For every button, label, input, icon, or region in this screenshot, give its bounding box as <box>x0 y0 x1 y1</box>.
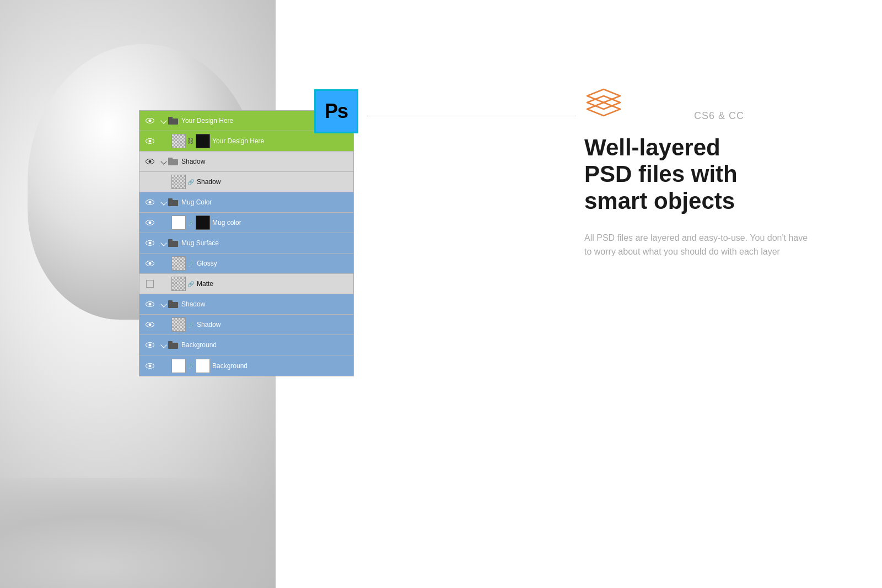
chevron-icon <box>160 199 166 205</box>
white-thumbnail <box>171 215 186 230</box>
right-panel: Well-layered PSD files with smart object… <box>584 88 816 259</box>
thumbnail-wrapper: 🔗 <box>171 317 195 332</box>
layer-name: Shadow <box>181 300 349 308</box>
layer-row[interactable]: 🔗 Background <box>139 355 353 376</box>
visibility-toggle[interactable] <box>139 294 160 315</box>
eye-icon <box>146 301 154 307</box>
eye-icon <box>146 363 154 369</box>
divider-line <box>367 116 576 116</box>
layer-row[interactable]: Mug Color <box>139 192 353 213</box>
visibility-toggle[interactable] <box>139 172 160 192</box>
black-thumbnail <box>196 215 210 230</box>
folder-icon <box>168 117 178 125</box>
eye-icon <box>146 342 154 348</box>
visibility-off-indicator <box>146 280 154 288</box>
thumbnail-wrapper: 🔗 <box>171 359 210 373</box>
visibility-toggle[interactable] <box>139 152 160 172</box>
photoshop-logo: Ps <box>314 89 358 133</box>
folder-icon <box>168 198 178 206</box>
folder-icon <box>168 341 178 349</box>
layer-row[interactable]: Shadow <box>139 152 353 172</box>
main-heading: Well-layered PSD files with smart object… <box>584 134 816 214</box>
folder-icon <box>168 239 178 247</box>
thumbnail-wrapper: 🔗 <box>171 277 195 291</box>
checker-thumbnail <box>171 134 186 148</box>
layer-row[interactable]: Shadow <box>139 294 353 315</box>
layer-name: Shadow <box>197 178 349 186</box>
visibility-toggle[interactable] <box>139 355 160 376</box>
chain-icon: ⛓ <box>187 137 194 145</box>
black-thumbnail <box>196 134 210 148</box>
chain-icon: 🔗 <box>187 322 194 328</box>
visibility-toggle[interactable] <box>139 213 160 233</box>
chain-icon: 🔗 <box>187 281 194 287</box>
layer-name: Your Design Here <box>212 137 349 145</box>
checker-thumbnail <box>171 277 186 291</box>
checker-thumbnail <box>171 317 186 332</box>
thumbnail-wrapper: 🔗 <box>171 256 195 271</box>
layer-row[interactable]: ⛓ Your Design Here <box>139 131 353 152</box>
visibility-toggle[interactable] <box>139 253 160 274</box>
thumbnail-wrapper: 🔗 <box>171 175 195 189</box>
layer-name: Shadow <box>181 158 349 165</box>
visibility-toggle[interactable] <box>139 111 160 131</box>
chain-icon: 🔗 <box>187 261 194 267</box>
layer-row[interactable]: 🔗 Glossy <box>139 253 353 274</box>
layer-row[interactable]: Background <box>139 335 353 355</box>
layers-icon-wrapper <box>584 88 816 123</box>
checker-thumbnail <box>171 175 186 189</box>
eye-icon <box>146 220 154 225</box>
layer-name: Matte <box>197 280 349 288</box>
chain-icon: 🔗 <box>187 179 194 185</box>
white-thumbnail <box>171 359 186 373</box>
thumbnail-wrapper: 🔗 <box>171 215 210 230</box>
eye-icon <box>146 322 154 327</box>
layers-panel: Your Design Here ⛓ Your Design Here <box>139 110 354 376</box>
chevron-icon <box>160 158 166 164</box>
checker-thumbnail <box>171 256 186 271</box>
folder-icon <box>168 300 178 308</box>
eye-icon <box>146 118 154 123</box>
layer-name: Background <box>181 341 349 349</box>
chevron-icon <box>160 301 166 307</box>
visibility-toggle[interactable] <box>139 335 160 355</box>
layer-row[interactable]: 🔗 Shadow <box>139 172 353 192</box>
layer-row[interactable]: 🔗 Shadow <box>139 315 353 335</box>
layer-name: Shadow <box>197 321 349 328</box>
visibility-toggle[interactable] <box>139 131 160 152</box>
eye-icon <box>146 261 154 266</box>
layer-name: Mug color <box>212 219 349 226</box>
description-text: All PSD files are layered and easy-to-us… <box>584 231 816 259</box>
chevron-icon <box>160 342 166 348</box>
white-thumbnail2 <box>196 359 210 373</box>
thumbnail-wrapper: ⛓ <box>171 134 210 148</box>
folder-icon <box>168 158 178 165</box>
eye-icon <box>146 159 154 164</box>
chevron-icon <box>160 117 166 123</box>
layer-row[interactable]: 🔗 Matte <box>139 274 353 294</box>
eye-icon <box>146 138 154 144</box>
layers-svg-icon <box>584 88 623 121</box>
eye-icon <box>146 240 154 246</box>
visibility-toggle[interactable] <box>139 192 160 213</box>
visibility-toggle[interactable] <box>139 315 160 335</box>
heading-line1: Well-layered <box>584 134 720 160</box>
layer-name: Mug Surface <box>181 239 349 247</box>
eye-icon <box>146 199 154 205</box>
visibility-toggle[interactable] <box>139 274 160 294</box>
layer-row[interactable]: Mug Surface <box>139 233 353 253</box>
chain-icon: 🔗 <box>187 363 194 369</box>
chevron-icon <box>160 240 166 246</box>
ps-logo-text: Ps <box>325 100 348 123</box>
heading-line2: PSD files with <box>584 161 738 187</box>
layer-name: Background <box>212 362 349 370</box>
chain-icon: 🔗 <box>187 220 194 226</box>
layer-name: Glossy <box>197 260 349 267</box>
layer-name: Mug Color <box>181 198 349 206</box>
layer-row[interactable]: 🔗 Mug color <box>139 213 353 233</box>
visibility-toggle[interactable] <box>139 233 160 253</box>
main-content: Ps CS6 & CC Your Design Here <box>0 0 882 588</box>
heading-line3: smart objects <box>584 188 735 214</box>
